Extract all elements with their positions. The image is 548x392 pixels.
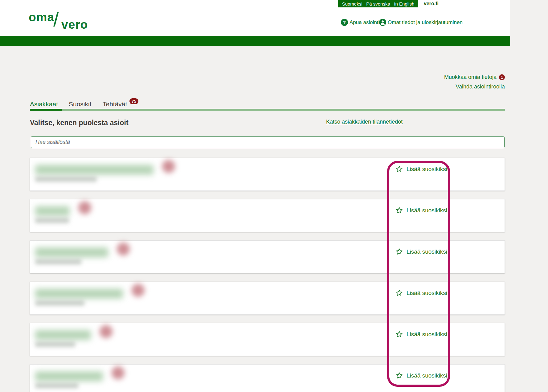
- user-icon: [379, 19, 386, 26]
- help-link[interactable]: Apua asiointiin: [350, 19, 384, 26]
- star-icon: [396, 248, 403, 255]
- switch-role-link[interactable]: Vaihda asiointiroolia: [456, 84, 505, 90]
- customer-card[interactable]: Lisää suosikiksi: [30, 158, 505, 191]
- add-favorite-button[interactable]: Lisää suosikiksi: [396, 331, 447, 338]
- add-favorite-button[interactable]: Lisää suosikiksi: [396, 165, 447, 173]
- person-glyph: [379, 19, 386, 26]
- customer-badge-redacted: [132, 284, 145, 297]
- star-icon: [396, 165, 403, 173]
- customer-card[interactable]: Lisää suosikiksi: [30, 323, 505, 356]
- lang-link-finnish[interactable]: Suomeksi: [342, 1, 362, 6]
- customer-badge-redacted: [117, 243, 130, 255]
- page-title: Valitse, kenen puolesta asioit: [30, 119, 129, 127]
- help-icon: ?: [341, 19, 348, 26]
- edit-own-info-link[interactable]: Muokkaa omia tietoja: [444, 74, 497, 80]
- customer-id-redacted: [35, 259, 81, 264]
- customer-name-redacted: [35, 206, 70, 216]
- edit-own-info-badge: 1: [499, 74, 505, 80]
- star-icon: [396, 289, 403, 296]
- add-favorite-button[interactable]: Lisää suosikiksi: [396, 248, 447, 255]
- customer-id-redacted: [35, 342, 75, 347]
- customer-card[interactable]: Lisää suosikiksi: [30, 240, 505, 273]
- edit-own-info-row: Muokkaa omia tietoja 1: [444, 74, 505, 80]
- lang-link-english[interactable]: In English: [394, 1, 414, 6]
- add-favorite-label: Lisää suosikiksi: [407, 248, 447, 255]
- customer-status-link[interactable]: Katso asiakkaiden tilannetiedot: [326, 119, 403, 125]
- customer-id-redacted: [35, 383, 78, 388]
- add-favorite-button[interactable]: Lisää suosikiksi: [396, 289, 447, 296]
- switch-role-row: Vaihda asiointiroolia: [456, 84, 505, 90]
- customer-id-redacted: [35, 300, 84, 306]
- verofi-link[interactable]: vero.fi: [424, 1, 439, 6]
- star-icon: [396, 372, 403, 379]
- account-link[interactable]: Omat tiedot ja uloskirjautuminen: [388, 19, 463, 26]
- add-favorite-label: Lisää suosikiksi: [407, 372, 447, 379]
- add-favorite-button[interactable]: Lisää suosikiksi: [396, 372, 447, 379]
- customer-badge-redacted: [100, 325, 112, 338]
- customer-card[interactable]: Lisää suosikiksi: [30, 199, 505, 232]
- tabs-underline: [30, 109, 505, 111]
- logo-text-oma: oma: [29, 10, 54, 24]
- logo-slash: /: [53, 8, 59, 31]
- tab-asiakkaat[interactable]: Asiakkaat: [30, 100, 58, 108]
- customer-name-redacted: [35, 371, 103, 381]
- language-nav: Suomeksi På svenska In English: [338, 0, 418, 7]
- omavero-page: oma / vero Suomeksi På svenska In Englis…: [0, 0, 548, 392]
- customer-name-redacted: [35, 165, 153, 175]
- header-divider-bar: [0, 36, 510, 46]
- star-icon: [396, 207, 403, 214]
- tehtavat-count-badge: 75: [129, 98, 138, 104]
- customer-name-redacted: [35, 330, 91, 340]
- customer-name-redacted: [35, 247, 108, 257]
- add-favorite-label: Lisää suosikiksi: [407, 290, 447, 296]
- omavero-logo[interactable]: oma / vero: [29, 9, 93, 32]
- customer-badge-redacted: [162, 160, 175, 173]
- add-favorite-label: Lisää suosikiksi: [407, 166, 447, 173]
- customer-card[interactable]: Lisää suosikiksi: [30, 364, 505, 392]
- customer-badge-redacted: [78, 201, 91, 214]
- tab-suosikit[interactable]: Suosikit: [69, 100, 92, 108]
- active-tab-underline: [30, 109, 62, 111]
- star-icon: [396, 331, 403, 338]
- logo-text-vero: vero: [61, 18, 88, 31]
- lang-link-swedish[interactable]: På svenska: [366, 1, 390, 6]
- add-favorite-label: Lisää suosikiksi: [407, 207, 447, 214]
- customer-name-redacted: [35, 289, 123, 299]
- add-favorite-button[interactable]: Lisää suosikiksi: [396, 207, 447, 214]
- customer-badge-redacted: [112, 366, 125, 379]
- tab-tehtavat[interactable]: Tehtävät: [103, 100, 127, 108]
- add-favorite-label: Lisää suosikiksi: [407, 331, 447, 338]
- customer-card[interactable]: Lisää suosikiksi: [30, 282, 505, 315]
- customer-id-redacted: [35, 177, 97, 182]
- customer-id-redacted: [35, 218, 69, 223]
- search-input[interactable]: [31, 136, 505, 148]
